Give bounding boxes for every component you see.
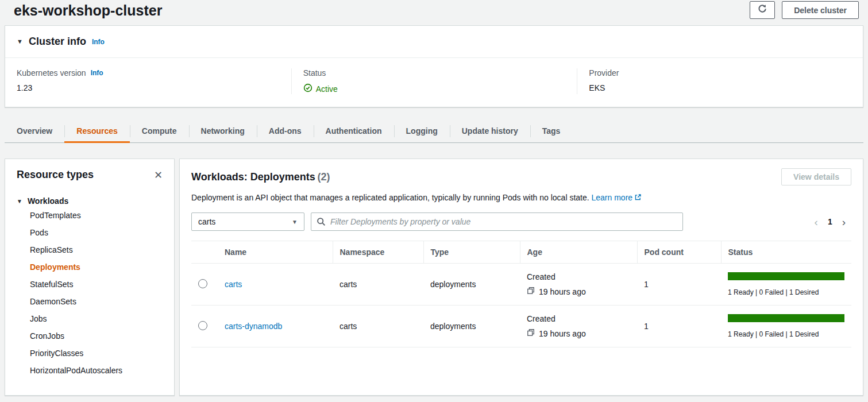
namespace-cell: carts: [333, 264, 423, 306]
tab-tags[interactable]: Tags: [530, 120, 573, 142]
status-text: 1 Ready | 0 Failed | 1 Desired: [728, 330, 844, 338]
view-details-button[interactable]: View details: [781, 168, 851, 185]
pod-count-cell: 1: [637, 306, 721, 347]
pod-count-cell: 1: [637, 264, 721, 306]
sidebar-item-deployments[interactable]: Deployments: [30, 258, 163, 276]
page-number[interactable]: 1: [828, 217, 832, 226]
copy-icon[interactable]: [527, 328, 535, 338]
type-cell: deployments: [423, 264, 520, 306]
sidebar-item-cronjobs[interactable]: CronJobs: [30, 327, 163, 345]
deployments-heading: Workloads: Deployments (2): [191, 171, 330, 183]
pagination-next-button[interactable]: ›: [842, 217, 846, 227]
age-value: 19 hours ago: [539, 287, 586, 296]
sidebar-item-jobs[interactable]: Jobs: [30, 310, 163, 327]
external-link-icon: [634, 194, 642, 203]
age-cell: Created 19 hours ago: [520, 306, 637, 347]
tab-networking[interactable]: Networking: [189, 120, 257, 142]
column-header-status[interactable]: Status: [721, 241, 851, 264]
header-actions: Delete cluster: [750, 1, 859, 19]
type-cell: deployments: [423, 306, 520, 347]
sidebar-item-pods[interactable]: Pods: [30, 224, 163, 241]
cluster-info-body: Kubernetes version Info 1.23 Status Acti…: [5, 58, 863, 107]
sidebar-item-replicasets[interactable]: ReplicaSets: [30, 241, 163, 258]
sidebar-list: PodTemplates Pods ReplicaSets Deployment…: [30, 207, 163, 379]
pagination: ‹ 1 ›: [815, 217, 851, 227]
deployments-title: Workloads: Deployments: [191, 171, 315, 183]
provider-value: EKS: [589, 83, 851, 92]
table-header-row: Name Namespace Type Age Pod count Status: [191, 241, 851, 264]
section-title: Cluster info: [29, 36, 86, 48]
table-row: carts carts deployments Created: [191, 264, 851, 306]
status-value-wrap: Active: [303, 83, 566, 94]
resource-types-title: Resource types: [17, 169, 94, 181]
sidebar-item-statefulsets[interactable]: StatefulSets: [30, 276, 163, 293]
deployments-table: Name Namespace Type Age Pod count Status…: [191, 241, 851, 347]
tab-overview[interactable]: Overview: [5, 120, 64, 142]
close-icon[interactable]: ✕: [154, 170, 163, 180]
tab-compute[interactable]: Compute: [130, 120, 189, 142]
tab-authentication[interactable]: Authentication: [314, 120, 394, 142]
kubernetes-version-value: 1.23: [17, 83, 280, 92]
search-box: [311, 212, 683, 231]
kubernetes-version-info-link[interactable]: Info: [91, 69, 103, 77]
sidebar-item-daemonsets[interactable]: DaemonSets: [30, 293, 163, 310]
select-column-header: [191, 241, 218, 264]
status-value: Active: [316, 84, 338, 94]
column-header-pod-count[interactable]: Pod count: [637, 241, 721, 264]
tab-add-ons[interactable]: Add-ons: [257, 120, 314, 142]
resource-types-panel: Resource types ✕ ▼ Workloads PodTemplate…: [5, 159, 175, 396]
sidebar-group-label: Workloads: [28, 196, 68, 206]
kubernetes-version-field: Kubernetes version Info 1.23: [5, 68, 291, 94]
tab-logging[interactable]: Logging: [394, 120, 450, 142]
status-cell: 1 Ready | 0 Failed | 1 Desired: [721, 306, 851, 347]
sidebar-item-podtemplates[interactable]: PodTemplates: [30, 207, 163, 224]
info-link[interactable]: Info: [92, 38, 105, 46]
age-created-label: Created: [527, 272, 630, 281]
status-bar: [728, 272, 844, 280]
cluster-info-section: ▼ Cluster info Info Kubernetes version I…: [5, 25, 863, 107]
status-bar: [728, 314, 844, 322]
page-title: eks-workshop-cluster: [14, 1, 162, 20]
status-text: 1 Ready | 0 Failed | 1 Desired: [728, 288, 844, 296]
sidebar-group-workloads[interactable]: ▼ Workloads: [17, 196, 163, 206]
provider-field: Provider EKS: [577, 68, 863, 94]
namespace-filter-value: carts: [198, 217, 215, 226]
age-cell: Created 19 hours ago: [520, 264, 637, 306]
column-header-name[interactable]: Name: [218, 241, 333, 264]
age-value: 19 hours ago: [539, 329, 586, 338]
deployment-link[interactable]: carts: [225, 280, 242, 289]
sidebar-item-horizontalpodautoscalers[interactable]: HorizontalPodAutoscalers: [30, 362, 163, 379]
pagination-prev-button[interactable]: ‹: [815, 217, 818, 227]
copy-icon[interactable]: [527, 287, 535, 296]
delete-cluster-button[interactable]: Delete cluster: [782, 1, 859, 19]
column-header-type[interactable]: Type: [423, 241, 520, 264]
tab-update-history[interactable]: Update history: [450, 120, 530, 142]
learn-more-link[interactable]: Learn more: [592, 193, 642, 202]
row-select-radio[interactable]: [198, 321, 207, 330]
table-row: carts-dynamodb carts deployments Created: [191, 306, 851, 347]
column-header-namespace[interactable]: Namespace: [333, 241, 423, 264]
row-select-radio[interactable]: [198, 279, 207, 288]
check-circle-icon: [303, 83, 313, 94]
namespace-filter-dropdown[interactable]: carts ▼: [191, 212, 304, 231]
age-created-label: Created: [527, 314, 630, 323]
status-label: Status: [303, 68, 326, 78]
deployments-count: (2): [318, 171, 330, 183]
status-field: Status Active: [291, 68, 577, 94]
column-header-age[interactable]: Age: [520, 241, 637, 264]
sidebar-item-priorityclasses[interactable]: PriorityClasses: [30, 345, 163, 362]
tab-bar: Overview Resources Compute Networking Ad…: [5, 120, 863, 143]
search-input[interactable]: [311, 212, 683, 231]
content-area: Resource types ✕ ▼ Workloads PodTemplate…: [5, 159, 863, 396]
filter-row: carts ▼ ‹ 1 ›: [191, 212, 851, 231]
caret-down-icon[interactable]: ▼: [17, 38, 23, 45]
deployment-link[interactable]: carts-dynamodb: [225, 322, 282, 331]
cluster-info-header[interactable]: ▼ Cluster info Info: [5, 26, 863, 58]
refresh-button[interactable]: [750, 1, 775, 19]
caret-down-icon: ▼: [292, 219, 298, 225]
caret-down-icon: ▼: [17, 198, 22, 204]
refresh-icon: [758, 4, 767, 16]
kubernetes-version-label: Kubernetes version: [17, 68, 86, 78]
namespace-cell: carts: [333, 306, 423, 347]
tab-resources[interactable]: Resources: [64, 120, 130, 142]
